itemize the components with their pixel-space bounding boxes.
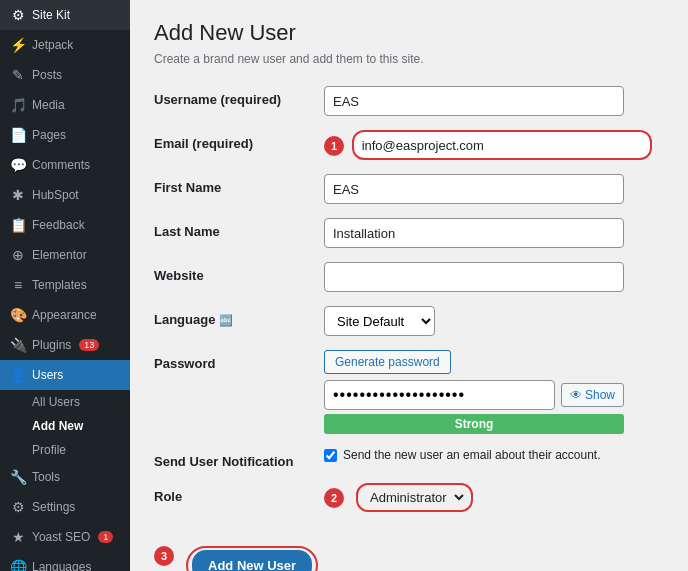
templates-icon: ≡ [10, 277, 26, 293]
jetpack-icon: ⚡ [10, 37, 26, 53]
annotation-2: 2 [324, 488, 344, 508]
username-input[interactable] [324, 86, 624, 116]
website-row: Website [154, 262, 664, 292]
sidebar: ⚙ Site Kit ⚡ Jetpack ✎ Posts 🎵 Media 📄 P… [0, 0, 130, 571]
password-input[interactable] [324, 380, 555, 410]
sidebar-item-elementor[interactable]: ⊕ Elementor [0, 240, 130, 270]
sidebar-sub-all-users[interactable]: All Users [0, 390, 130, 414]
users-submenu: All Users Add New Profile [0, 390, 130, 462]
media-icon: 🎵 [10, 97, 26, 113]
settings-icon: ⚙ [10, 499, 26, 515]
password-input-row: 👁 Show [324, 380, 624, 410]
plugins-icon: 🔌 [10, 337, 26, 353]
password-row: Password Generate password 👁 Show Strong [154, 350, 664, 434]
email-row: Email (required) 1 [154, 130, 664, 160]
role-select-row: 2 Administrator Editor Author Contributo… [324, 483, 664, 512]
languages-icon: 🌐 [10, 559, 26, 571]
firstname-label: First Name [154, 174, 324, 195]
username-row: Username (required) [154, 86, 664, 116]
sidebar-item-plugins[interactable]: 🔌 Plugins 13 [0, 330, 130, 360]
posts-icon: ✎ [10, 67, 26, 83]
language-select[interactable]: Site Default English (US) French German … [324, 306, 435, 336]
username-field [324, 86, 664, 116]
sidebar-item-templates[interactable]: ≡ Templates [0, 270, 130, 300]
pages-icon: 📄 [10, 127, 26, 143]
site-kit-icon: ⚙ [10, 7, 26, 23]
annotation-1: 1 [324, 136, 344, 156]
language-row: Language 🔤 Site Default English (US) Fre… [154, 306, 664, 336]
appearance-icon: 🎨 [10, 307, 26, 323]
sidebar-item-languages[interactable]: 🌐 Languages [0, 552, 130, 571]
lastname-label: Last Name [154, 218, 324, 239]
add-user-button-wrapper: Add New User [186, 546, 318, 571]
page-subtitle: Create a brand new user and add them to … [154, 52, 664, 66]
role-field: 2 Administrator Editor Author Contributo… [324, 483, 664, 512]
website-input[interactable] [324, 262, 624, 292]
email-field: 1 [324, 130, 664, 160]
sidebar-item-tools[interactable]: 🔧 Tools [0, 462, 130, 492]
comments-icon: 💬 [10, 157, 26, 173]
password-strength-bar: Strong [324, 414, 624, 434]
yoast-badge: 1 [98, 531, 113, 543]
generate-password-button[interactable]: Generate password [324, 350, 451, 374]
elementor-icon: ⊕ [10, 247, 26, 263]
role-label: Role [154, 483, 324, 504]
role-select-wrapper: Administrator Editor Author Contributor … [356, 483, 473, 512]
website-field [324, 262, 664, 292]
sidebar-sub-add-new[interactable]: Add New [0, 414, 130, 438]
firstname-field [324, 174, 664, 204]
language-field: Site Default English (US) French German … [324, 306, 664, 336]
sidebar-item-hubspot[interactable]: ✱ HubSpot [0, 180, 130, 210]
hubspot-icon: ✱ [10, 187, 26, 203]
role-row: Role 2 Administrator Editor Author Contr… [154, 483, 664, 512]
annotation-3: 3 [154, 546, 174, 566]
submit-row: 3 Add New User [154, 526, 664, 571]
main-content: Add New User Create a brand new user and… [130, 0, 688, 571]
email-input[interactable] [352, 130, 652, 160]
notification-label: Send User Notification [154, 448, 324, 469]
language-icon: 🔤 [219, 314, 233, 326]
notification-row: Send User Notification Send the new user… [154, 448, 664, 469]
sidebar-sub-profile[interactable]: Profile [0, 438, 130, 462]
add-new-user-button[interactable]: Add New User [192, 550, 312, 571]
sidebar-item-pages[interactable]: 📄 Pages [0, 120, 130, 150]
sidebar-item-yoast[interactable]: ★ Yoast SEO 1 [0, 522, 130, 552]
sidebar-item-appearance[interactable]: 🎨 Appearance [0, 300, 130, 330]
page-title: Add New User [154, 20, 664, 46]
notification-text: Send the new user an email about their a… [343, 448, 601, 462]
password-field: Generate password 👁 Show Strong [324, 350, 664, 434]
username-label: Username (required) [154, 86, 324, 107]
firstname-row: First Name [154, 174, 664, 204]
email-label: Email (required) [154, 130, 324, 151]
password-label: Password [154, 350, 324, 371]
sidebar-item-site-kit[interactable]: ⚙ Site Kit [0, 0, 130, 30]
lastname-input[interactable] [324, 218, 624, 248]
notification-field: Send the new user an email about their a… [324, 448, 664, 462]
sidebar-item-users[interactable]: 👤 Users [0, 360, 130, 390]
notification-checkbox-row: Send the new user an email about their a… [324, 448, 664, 462]
users-icon: 👤 [10, 367, 26, 383]
plugins-badge: 13 [79, 339, 99, 351]
lastname-row: Last Name [154, 218, 664, 248]
sidebar-item-media[interactable]: 🎵 Media [0, 90, 130, 120]
feedback-icon: 📋 [10, 217, 26, 233]
sidebar-item-posts[interactable]: ✎ Posts [0, 60, 130, 90]
sidebar-item-comments[interactable]: 💬 Comments [0, 150, 130, 180]
role-select[interactable]: Administrator Editor Author Contributor … [362, 487, 467, 508]
sidebar-item-settings[interactable]: ⚙ Settings [0, 492, 130, 522]
notification-checkbox[interactable] [324, 449, 337, 462]
sidebar-item-feedback[interactable]: 📋 Feedback [0, 210, 130, 240]
lastname-field [324, 218, 664, 248]
show-password-button[interactable]: 👁 Show [561, 383, 624, 407]
sidebar-item-jetpack[interactable]: ⚡ Jetpack [0, 30, 130, 60]
language-label: Language 🔤 [154, 306, 324, 327]
firstname-input[interactable] [324, 174, 624, 204]
website-label: Website [154, 262, 324, 283]
yoast-icon: ★ [10, 529, 26, 545]
tools-icon: 🔧 [10, 469, 26, 485]
eye-icon: 👁 [570, 388, 582, 402]
